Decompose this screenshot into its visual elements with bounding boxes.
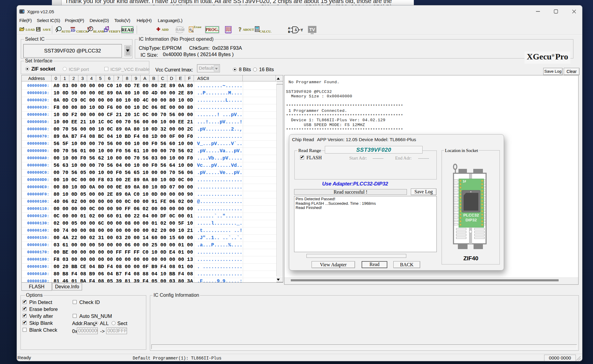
svg-text:PROG.: PROG. <box>206 27 219 32</box>
svg-text:ADD: ADD <box>162 28 169 31</box>
svg-text:ID: ID <box>71 28 75 33</box>
svg-text:CHECK: CHECK <box>76 30 88 33</box>
svg-text:ABOUT: ABOUT <box>243 28 254 31</box>
svg-text:RAM: RAM <box>176 27 185 32</box>
svg-text:A: A <box>288 27 290 30</box>
svg-text:VERIFY: VERIFY <box>109 30 121 33</box>
svg-text:READ: READ <box>121 27 134 32</box>
svg-text:&: & <box>295 28 297 32</box>
svg-text:TV: TV <box>309 27 315 32</box>
svg-text:1#: 1# <box>463 180 466 183</box>
svg-text:Erase: Erase <box>194 25 201 29</box>
svg-text:LOAD: LOAD <box>26 28 35 31</box>
svg-text:CALCU.: CALCU. <box>259 30 271 33</box>
svg-text:DIP32: DIP32 <box>465 218 477 222</box>
svg-text:ZIF40: ZIF40 <box>463 255 478 261</box>
svg-text:?: ? <box>239 26 242 33</box>
svg-text:B: B <box>288 30 290 34</box>
svg-text:SAVE: SAVE <box>43 28 51 31</box>
svg-text:AUTO: AUTO <box>61 30 70 33</box>
svg-text:BLANK: BLANK <box>93 30 105 33</box>
svg-text:PLCC32: PLCC32 <box>463 213 479 217</box>
svg-text:Y: Y <box>301 28 303 33</box>
